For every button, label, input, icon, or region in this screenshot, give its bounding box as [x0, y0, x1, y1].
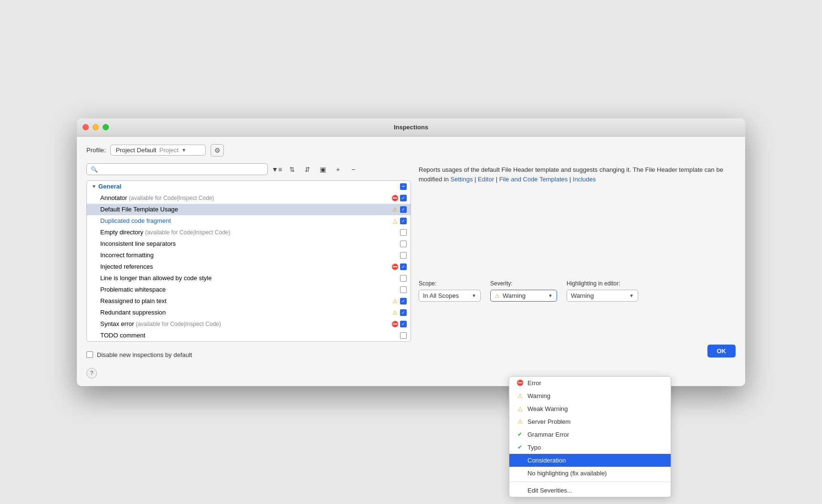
- option-label: Server Problem: [527, 418, 570, 425]
- list-item[interactable]: Problematic whitespace: [87, 284, 411, 295]
- search-box[interactable]: 🔍: [86, 163, 268, 175]
- server-problem-icon: ⚠: [516, 418, 524, 425]
- item-checkbox[interactable]: [400, 229, 407, 236]
- titlebar: Inspections: [77, 118, 745, 136]
- error-icon: ⛔: [391, 263, 398, 270]
- item-checkbox[interactable]: [400, 286, 407, 293]
- item-checkbox[interactable]: [400, 298, 407, 304]
- severity-option-error[interactable]: ⛔ Error: [509, 377, 671, 389]
- item-icons: △: [391, 218, 398, 224]
- highlighting-group: Highlighting in editor: Warning ▼: [567, 280, 638, 302]
- traffic-lights: [83, 124, 109, 130]
- help-button[interactable]: ?: [86, 368, 97, 378]
- highlighting-dropdown[interactable]: Warning ▼: [567, 290, 638, 302]
- severity-option-server-problem[interactable]: ⚠ Server Problem: [509, 415, 671, 428]
- item-checkbox[interactable]: [400, 241, 407, 247]
- item-icons: ⚠: [391, 298, 398, 304]
- filter-icon: ▼≡: [272, 166, 282, 173]
- error-icon: ⛔: [391, 195, 398, 201]
- help-row: ?: [86, 367, 411, 378]
- typo-icon: ✔: [516, 444, 524, 451]
- list-item[interactable]: Syntax error (available for Code|Inspect…: [87, 318, 411, 330]
- list-item[interactable]: Incorrect formatting: [87, 250, 411, 261]
- gear-button[interactable]: ⚙: [211, 144, 224, 157]
- inspections-tree[interactable]: ▼ General Annotator (available for Code|…: [86, 180, 411, 342]
- search-input[interactable]: [101, 166, 263, 173]
- tree-group-general[interactable]: ▼ General: [87, 181, 411, 192]
- maximize-button[interactable]: [103, 124, 109, 130]
- desc-sep3: |: [568, 176, 573, 183]
- group-checkbox[interactable]: [400, 183, 407, 190]
- option-label: Weak Warning: [527, 405, 568, 412]
- close-button[interactable]: [83, 124, 89, 130]
- disable-new-checkbox[interactable]: [86, 351, 93, 358]
- minus-icon: −: [351, 166, 355, 173]
- scope-dropdown[interactable]: In All Scopes ▼: [419, 290, 481, 302]
- option-label: Consideration: [527, 457, 566, 464]
- severity-option-warning[interactable]: ⚠ Warning: [509, 389, 671, 402]
- warning-icon: ⚠: [516, 392, 524, 399]
- remove-button[interactable]: −: [347, 163, 359, 176]
- item-checkbox[interactable]: [400, 332, 407, 339]
- item-checkbox[interactable]: [400, 195, 407, 201]
- severity-option-consideration[interactable]: Consideration: [509, 454, 671, 467]
- plus-icon: +: [336, 166, 340, 173]
- list-item[interactable]: Empty directory (available for Code|Insp…: [87, 227, 411, 238]
- includes-link[interactable]: Includes: [573, 176, 596, 183]
- item-checkbox[interactable]: [400, 206, 407, 213]
- minimize-button[interactable]: [93, 124, 99, 130]
- gear-icon: ⚙: [214, 147, 221, 154]
- bottom-bar: Disable new inspections by default: [86, 351, 411, 358]
- severity-option-weak-warning[interactable]: △ Weak Warning: [509, 402, 671, 415]
- profile-row: Profile: Project Default Project ▼ ⚙: [86, 144, 736, 157]
- item-checkbox[interactable]: [400, 218, 407, 224]
- filter-button[interactable]: ▼≡: [271, 163, 283, 176]
- severity-option-no-highlighting[interactable]: No highlighting (fix available): [509, 467, 671, 480]
- settings-link[interactable]: Settings: [450, 176, 473, 183]
- highlighting-value: Warning: [571, 292, 594, 299]
- item-checkbox[interactable]: [400, 309, 407, 316]
- content-area: Profile: Project Default Project ▼ ⚙ 🔍: [77, 136, 745, 386]
- collapse-all-button[interactable]: ⇵: [301, 163, 314, 176]
- item-checkbox[interactable]: [400, 275, 407, 282]
- editor-link[interactable]: Editor: [478, 176, 494, 183]
- scope-group: Scope: In All Scopes ▼: [419, 280, 481, 302]
- item-label: Incorrect formatting: [100, 252, 398, 259]
- description-text: Reports usages of the default File Heade…: [419, 165, 736, 185]
- list-item[interactable]: Injected references ⛔: [87, 261, 411, 273]
- chevron-down-icon: ▼: [181, 147, 186, 153]
- list-item[interactable]: Line is longer than allowed by code styl…: [87, 273, 411, 284]
- list-item[interactable]: Inconsistent line separators: [87, 238, 411, 250]
- desc-sep1: |: [473, 176, 478, 183]
- item-label: Duplicated code fragment: [100, 217, 391, 224]
- severity-option-typo[interactable]: ✔ Typo: [509, 441, 671, 454]
- item-checkbox[interactable]: [400, 321, 407, 327]
- severity-option-edit[interactable]: Edit Severities...: [509, 484, 671, 497]
- item-label: Injected references: [100, 263, 391, 270]
- chevron-down-icon: ▼: [92, 184, 96, 189]
- error-icon: ⛔: [391, 321, 398, 327]
- item-icons: ⛔: [391, 321, 398, 327]
- group-button[interactable]: ▣: [316, 163, 329, 176]
- item-checkbox[interactable]: [400, 263, 407, 270]
- item-icons: ⛔: [391, 195, 398, 201]
- list-item[interactable]: Reassigned to plain text ⚠: [87, 295, 411, 307]
- severity-option-grammar-error[interactable]: ✔ Grammar Error: [509, 428, 671, 441]
- file-code-templates-link[interactable]: File and Code Templates: [499, 176, 568, 183]
- list-item[interactable]: Duplicated code fragment △: [87, 215, 411, 227]
- dropdown-separator: [509, 482, 671, 482]
- ok-button[interactable]: OK: [707, 345, 736, 357]
- expand-all-button[interactable]: ⇅: [286, 163, 298, 176]
- list-item[interactable]: Default File Template Usage ⚠: [87, 204, 411, 215]
- profile-select[interactable]: Project Default Project ▼: [110, 145, 206, 156]
- severity-dropdown[interactable]: ⚠ Warning ▼: [490, 290, 557, 302]
- list-item[interactable]: TODO comment: [87, 330, 411, 341]
- list-item[interactable]: Annotator (available for Code|Inspect Co…: [87, 192, 411, 204]
- item-checkbox[interactable]: [400, 252, 407, 259]
- add-button[interactable]: +: [332, 163, 344, 176]
- item-label: Reassigned to plain text: [100, 297, 391, 304]
- severity-label: Severity:: [490, 280, 557, 287]
- scope-label: Scope:: [419, 280, 481, 287]
- item-label: Redundant suppression: [100, 309, 391, 316]
- list-item[interactable]: Redundant suppression ⚠: [87, 307, 411, 318]
